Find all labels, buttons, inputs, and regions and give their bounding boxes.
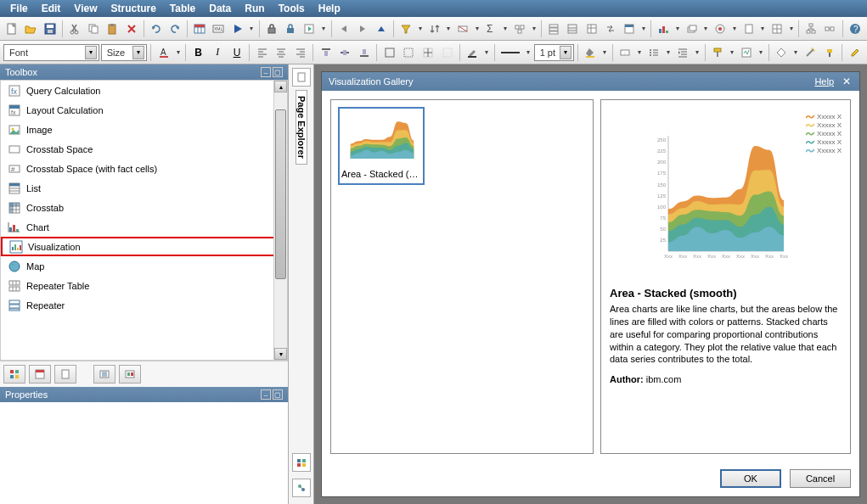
suppress-dropdown-icon[interactable]: ▾: [473, 25, 481, 32]
menu-edit[interactable]: Edit: [35, 3, 68, 14]
open-icon[interactable]: [22, 20, 39, 38]
style-dropdown-icon[interactable]: ▾: [757, 48, 765, 56]
border-outer-icon[interactable]: [400, 43, 418, 62]
page-explorer-label[interactable]: Page Explorer: [296, 90, 307, 165]
aggregate-icon[interactable]: [511, 20, 528, 38]
run-icon[interactable]: [228, 20, 245, 38]
delete-icon[interactable]: [122, 20, 139, 38]
close-icon[interactable]: ✕: [841, 76, 853, 87]
arrow-left-icon[interactable]: [335, 20, 352, 38]
restore-icon[interactable]: ▢: [273, 67, 283, 77]
bullet-list-icon[interactable]: [645, 43, 663, 62]
xml-icon[interactable]: XML: [210, 20, 227, 38]
fill-color-dropdown-icon[interactable]: ▾: [600, 48, 608, 56]
format-painter-icon[interactable]: [821, 43, 839, 62]
border-color-dropdown-icon[interactable]: ▾: [483, 48, 491, 56]
menu-data[interactable]: Data: [202, 3, 238, 14]
summarize-icon[interactable]: Σ: [482, 20, 499, 38]
font-combo[interactable]: Font ▾: [3, 44, 99, 61]
page-explorer-toggle-icon[interactable]: [292, 68, 311, 87]
cut-icon[interactable]: [66, 20, 83, 38]
border-all-icon[interactable]: [380, 43, 398, 62]
toolbox-item-crosstab[interactable]: Crosstab: [1, 198, 287, 217]
help-icon[interactable]: ?: [846, 20, 863, 38]
fill-color-icon[interactable]: [582, 43, 600, 62]
tree-icon[interactable]: [802, 20, 819, 38]
toolbox-item-repeater-table[interactable]: Repeater Table: [1, 276, 287, 295]
line-style-dropdown-icon[interactable]: ▾: [524, 48, 532, 56]
align-right-icon[interactable]: [292, 43, 310, 62]
gallery-item-area-stacked[interactable]: Area - Stacked (smoo...: [338, 107, 425, 185]
menu-help[interactable]: Help: [312, 3, 347, 14]
undo-icon[interactable]: [148, 20, 165, 38]
layers-dropdown-icon[interactable]: ▾: [702, 25, 710, 32]
page-explorer-btn-1-icon[interactable]: [292, 453, 311, 472]
page-icon[interactable]: [740, 20, 757, 38]
help-link[interactable]: Help: [814, 76, 834, 87]
headers-icon[interactable]: [621, 20, 638, 38]
line-width-combo[interactable]: 1 pt ▾: [534, 44, 574, 61]
chevron-down-icon[interactable]: ▾: [560, 46, 571, 59]
save-icon[interactable]: [42, 20, 59, 38]
toolbox-item-layout-calc[interactable]: fxLayout Calculation: [1, 100, 287, 120]
scroll-down-icon[interactable]: ▾: [274, 348, 287, 360]
minimize-icon[interactable]: –: [261, 67, 271, 77]
drill-dropdown-icon[interactable]: ▾: [730, 25, 738, 32]
menu-file[interactable]: File: [3, 3, 35, 14]
headers-dropdown-icon[interactable]: ▾: [639, 25, 647, 32]
size-combo[interactable]: Size ▾: [101, 44, 148, 61]
toolbox-tab-4-icon[interactable]: [93, 365, 115, 384]
border-inner-icon[interactable]: [419, 43, 437, 62]
align-bottom-icon[interactable]: [356, 43, 374, 62]
toolbox-item-image[interactable]: Image: [1, 120, 287, 139]
grid-dropdown-icon[interactable]: ▾: [787, 25, 795, 32]
cancel-button[interactable]: Cancel: [790, 469, 851, 488]
arrow-right-icon[interactable]: [354, 20, 371, 38]
style-icon[interactable]: [738, 43, 756, 62]
align-left-icon[interactable]: [253, 43, 271, 62]
menu-structure[interactable]: Structure: [104, 3, 162, 14]
group-icon[interactable]: [564, 20, 581, 38]
toolbox-item-crosstab-space[interactable]: Crosstab Space: [1, 139, 287, 159]
toolbox-item-crosstab-space-fact[interactable]: #Crosstab Space (with fact cells): [1, 159, 287, 178]
layers-icon[interactable]: [684, 20, 701, 38]
filter-dropdown-icon[interactable]: ▾: [416, 25, 424, 32]
line-style-icon[interactable]: [498, 43, 522, 62]
chevron-down-icon[interactable]: ▾: [85, 46, 97, 59]
align-middle-icon[interactable]: [336, 43, 354, 62]
lock-toggle-icon[interactable]: [282, 20, 299, 38]
toolbox-item-visualization[interactable]: Visualization: [1, 237, 287, 256]
wand-icon[interactable]: [802, 43, 819, 62]
scroll-thumb[interactable]: [275, 109, 286, 279]
conditional-dropdown-icon[interactable]: ▾: [792, 48, 800, 56]
toolbox-item-calc[interactable]: fxQuery Calculation: [1, 81, 287, 100]
chevron-down-icon[interactable]: ▾: [132, 46, 144, 59]
restore-icon[interactable]: ▢: [273, 389, 283, 400]
pivot-icon[interactable]: [583, 20, 600, 38]
run-dropdown-icon[interactable]: ▾: [248, 25, 256, 32]
page-explorer-btn-2-icon[interactable]: [292, 479, 311, 497]
align-center-icon[interactable]: [273, 43, 290, 62]
menu-run[interactable]: Run: [238, 3, 271, 14]
scroll-track[interactable]: [274, 92, 287, 348]
bullet-list-dropdown-icon[interactable]: ▾: [665, 48, 673, 56]
toolbox-item-chart[interactable]: Chart: [1, 217, 287, 237]
merge-cells-icon[interactable]: [616, 43, 634, 62]
menu-table[interactable]: Table: [163, 3, 202, 14]
scrollbar[interactable]: ▴ ▾: [273, 81, 287, 360]
insert-dropdown-icon[interactable]: ▾: [320, 25, 328, 32]
toolbox-tab-5-icon[interactable]: [119, 365, 141, 384]
grid-icon[interactable]: [768, 20, 785, 38]
aggregate-dropdown-icon[interactable]: ▾: [530, 25, 538, 32]
ok-button[interactable]: OK: [720, 469, 781, 488]
redo-icon[interactable]: [166, 20, 183, 38]
align-top-icon[interactable]: [317, 43, 335, 62]
toolbox-tab-3-icon[interactable]: [54, 365, 76, 384]
insert-icon[interactable]: [301, 20, 318, 38]
paint-icon[interactable]: [709, 43, 727, 62]
sibling-icon[interactable]: [821, 20, 838, 38]
toolbox-item-repeater[interactable]: Repeater: [1, 295, 287, 315]
new-icon[interactable]: [3, 20, 20, 38]
chart-bar-icon[interactable]: [655, 20, 672, 38]
sort-icon[interactable]: [426, 20, 443, 38]
